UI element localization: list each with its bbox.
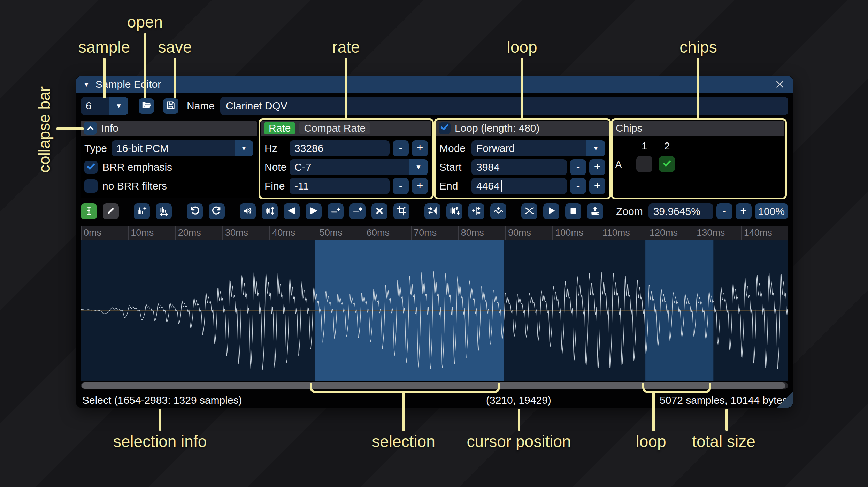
normalize-icon: [264, 206, 275, 217]
insert-silence-button[interactable]: [328, 203, 344, 219]
normalize-button[interactable]: [262, 203, 278, 219]
zoom-reset-button[interactable]: 100%: [755, 203, 788, 219]
resize-button[interactable]: [134, 203, 150, 219]
ruler-tick-label: 20ms: [178, 227, 201, 238]
ruler-tick-label: 120ms: [650, 227, 678, 238]
sample-type-value: 16-bit PCM: [112, 140, 235, 156]
annotation-cursor-position: cursor position: [467, 432, 571, 451]
ruler-tick: [505, 226, 506, 240]
ruler-tick: [269, 226, 270, 240]
resample-button[interactable]: [156, 203, 172, 219]
ruler-tick: [694, 226, 694, 240]
zoom-out-button[interactable]: -: [716, 203, 732, 219]
annotation-line-sample: [103, 58, 106, 98]
annotation-loop-bottom: loop: [636, 432, 666, 451]
annotation-bracket-selection: [310, 383, 500, 393]
annotation-sample: sample: [78, 38, 130, 56]
annotation-selection-info: selection info: [113, 432, 207, 451]
fade-in-button[interactable]: [284, 203, 300, 219]
filter-icon: [493, 206, 504, 217]
reverse-button[interactable]: [424, 203, 440, 219]
brr-emphasis-label: BRR emphasis: [102, 161, 172, 173]
resize-icon: [137, 206, 147, 217]
ruler-tick: [552, 226, 553, 240]
apply-silence-button[interactable]: [349, 203, 366, 219]
ruler-tick-label: 130ms: [697, 227, 725, 238]
time-ruler[interactable]: 0ms10ms20ms30ms40ms50ms60ms70ms80ms90ms1…: [81, 226, 788, 240]
fade-out-icon: [308, 206, 319, 217]
annotation-line-loop-bottom: [652, 392, 655, 431]
annotation-open: open: [127, 13, 163, 31]
collapse-bar-button[interactable]: [84, 122, 97, 135]
zoom-input[interactable]: 39.9645%: [648, 203, 713, 219]
save-sample-button[interactable]: [163, 98, 178, 114]
crossfade-button[interactable]: [521, 203, 537, 219]
no-brr-filters-checkbox[interactable]: [84, 179, 98, 193]
adjust-sign-icon: [471, 206, 482, 217]
apply-silence-icon: [352, 206, 363, 217]
delete-button[interactable]: [371, 203, 387, 219]
ruler-tick-label: 60ms: [367, 227, 390, 238]
ruler-tick: [222, 226, 223, 240]
crossfade-icon: [524, 206, 535, 217]
annotation-line-save: [174, 58, 176, 98]
waveform-svg: [81, 240, 788, 381]
annotation-box-chips: [611, 118, 787, 199]
sample-type-select[interactable]: 16-bit PCM ▼: [112, 140, 253, 156]
upload-button[interactable]: [587, 203, 603, 219]
zoom-in-button[interactable]: +: [736, 203, 752, 219]
info-panel-title: Info: [101, 122, 118, 134]
amplify-button[interactable]: [240, 203, 256, 219]
annotation-total-size: total size: [692, 432, 755, 451]
draw-mode-button[interactable]: [103, 203, 119, 219]
window-collapse-icon[interactable]: ▼: [83, 80, 90, 88]
ruler-tick-label: 50ms: [320, 227, 343, 238]
ruler-tick-label: 100ms: [555, 227, 583, 238]
no-brr-filters-label: no BRR filters: [102, 180, 167, 192]
reverse-icon: [427, 206, 438, 217]
stop-preview-button[interactable]: [565, 203, 581, 219]
name-label: Name: [187, 100, 215, 112]
invert-button[interactable]: [446, 203, 462, 219]
redo-button[interactable]: [209, 203, 225, 219]
chevron-down-icon[interactable]: ▼: [235, 140, 253, 156]
fade-out-button[interactable]: [306, 203, 322, 219]
fade-in-icon: [286, 206, 297, 217]
annotation-collapse-bar: collapse bar: [35, 86, 54, 173]
ruler-tick: [175, 226, 176, 240]
ruler-tick: [81, 226, 82, 240]
annotation-line-rate: [345, 58, 347, 119]
ruler-tick-label: 70ms: [414, 227, 437, 238]
preview-button[interactable]: [543, 203, 559, 219]
resize-grip[interactable]: [777, 392, 793, 408]
undo-button[interactable]: [187, 203, 203, 219]
close-icon: [774, 79, 785, 90]
adjust-sign-button[interactable]: [468, 203, 484, 219]
annotation-line-collapse-bar: [56, 127, 84, 130]
sample-select[interactable]: 6 ▼: [81, 97, 128, 115]
preview-icon: [546, 206, 556, 217]
info-panel: Info Type 16-bit PCM ▼ BRR emphasis no B…: [81, 121, 257, 198]
annotation-rate: rate: [332, 38, 360, 56]
ruler-tick: [411, 226, 412, 240]
chevron-down-icon[interactable]: ▼: [109, 97, 128, 115]
ruler-tick-label: 110ms: [602, 227, 630, 238]
brr-emphasis-checkbox[interactable]: [84, 161, 98, 174]
zoom-value: 39.9645%: [653, 206, 700, 217]
waveform-display[interactable]: [81, 240, 788, 381]
select-mode-button[interactable]: [81, 203, 97, 219]
ruler-tick: [647, 226, 647, 240]
ruler-tick: [317, 226, 317, 240]
sample-name-value: Clarinet DQV: [226, 100, 287, 112]
ruler-tick-label: 80ms: [461, 227, 484, 238]
open-sample-button[interactable]: [139, 98, 154, 114]
chevron-up-icon: [85, 123, 95, 133]
annotation-line-cursor: [518, 409, 520, 431]
close-button[interactable]: [774, 78, 786, 91]
trim-button[interactable]: [393, 203, 409, 219]
check-icon: [86, 161, 96, 173]
titlebar[interactable]: ▼ Sample Editor: [76, 76, 793, 93]
type-label: Type: [84, 142, 112, 154]
filter-button[interactable]: [490, 203, 506, 219]
sample-name-input[interactable]: Clarinet DQV: [220, 97, 788, 115]
